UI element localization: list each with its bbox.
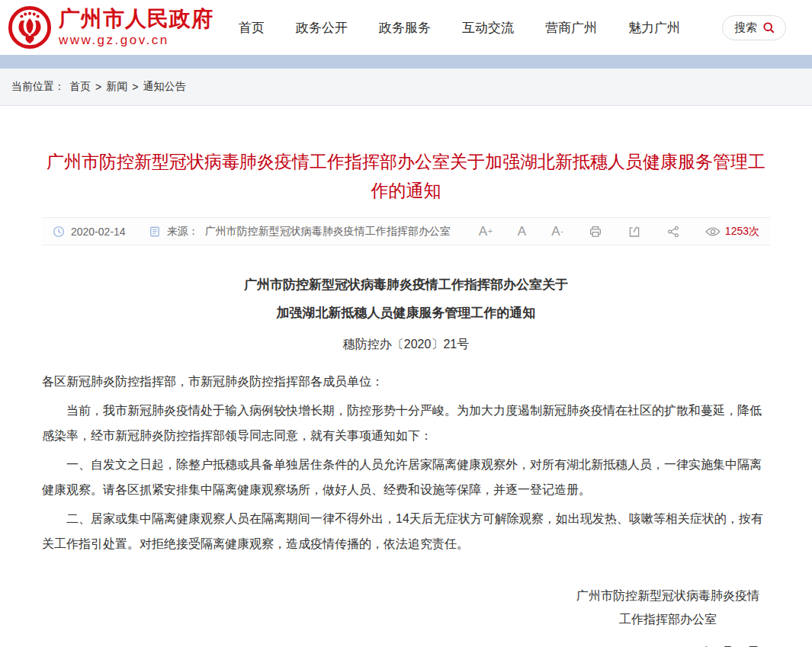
document-heading: 广州市防控新型冠状病毒肺炎疫情工作指挥部办公室关于 加强湖北新抵穗人员健康服务管… — [42, 271, 770, 327]
paragraph-item-2: 二、居家或集中隔离健康观察人员在隔离期间一律不得外出，14天后无症状方可解除观察… — [42, 506, 770, 556]
breadcrumb: 当前位置： 首页 > 新闻 > 通知公告 — [0, 69, 812, 106]
paragraph-addressee: 各区新冠肺炎防控指挥部，市新冠肺炎防控指挥部各成员单位： — [42, 369, 770, 394]
source-value: 广州市防控新型冠状病毒肺炎疫情工作指挥部办公室 — [205, 225, 451, 239]
article-meta-bar: 2020-02-14 来源：广州市防控新型冠状病毒肺炎疫情工作指挥部办公室 A+… — [42, 217, 770, 245]
breadcrumb-prefix: 当前位置： — [11, 80, 65, 94]
print-icon[interactable] — [589, 225, 602, 239]
top-divider-bar — [0, 55, 812, 69]
source-label: 来源： — [167, 225, 199, 239]
signature-date: 2020年2月13日 — [576, 640, 759, 647]
page-title: 广州市防控新型冠状病毒肺炎疫情工作指挥部办公室关于加强湖北新抵穗人员健康服务管理… — [42, 147, 770, 205]
signature-line2: 工作指挥部办公室 — [576, 607, 759, 631]
nav-item-interaction[interactable]: 互动交流 — [462, 19, 514, 37]
nav-item-charm[interactable]: 魅力广州 — [628, 19, 680, 37]
search-icon — [762, 21, 775, 34]
eye-icon — [705, 226, 721, 237]
view-count: 1253次 — [725, 225, 759, 239]
article-page: 广州市防控新型冠状病毒肺炎疫情工作指挥部办公室关于加强湖北新抵穗人员健康服务管理… — [0, 147, 812, 647]
article-meta-left: 2020-02-14 来源：广州市防控新型冠状病毒肺炎疫情工作指挥部办公室 — [53, 225, 451, 239]
document-body: 各区新冠肺炎防控指挥部，市新冠肺炎防控指挥部各成员单位： 当前，我市新冠肺炎疫情… — [42, 369, 770, 556]
paragraph-item-1: 一、自发文之日起，除整户抵穗或具备单独居住条件的人员允许居家隔离健康观察外，对所… — [42, 452, 770, 502]
signature-block: 广州市防控新型冠状病毒肺炎疫情 工作指挥部办公室 2020年2月13日 — [576, 584, 759, 647]
document-heading-line2: 加强湖北新抵穗人员健康服务管理工作的通知 — [42, 299, 770, 327]
paragraph-intro: 当前，我市新冠肺炎疫情处于输入病例较快增长期，防控形势十分严峻。为加大力度遏制新… — [42, 398, 770, 448]
clock-icon — [53, 226, 65, 238]
nav-item-home[interactable]: 首页 — [239, 19, 265, 37]
font-reset-button[interactable]: A — [518, 224, 526, 239]
nav-item-gov-disclosure[interactable]: 政务公开 — [296, 19, 348, 37]
breadcrumb-separator: > — [95, 81, 101, 93]
main-nav: 首页 政务公开 政务服务 互动交流 营商广州 魅力广州 — [239, 19, 680, 37]
breadcrumb-notices[interactable]: 通知公告 — [143, 80, 185, 94]
site-header: 广州市人民政府 www.gz.gov.cn 首页 政务公开 政务服务 互动交流 … — [0, 0, 812, 55]
breadcrumb-news[interactable]: 新闻 — [106, 80, 127, 94]
signature-line1: 广州市防控新型冠状病毒肺炎疫情 — [576, 584, 759, 607]
gov-emblem-icon — [8, 5, 52, 50]
source-doc-icon — [149, 226, 161, 238]
article-meta-tools: A+ A A- — [479, 224, 759, 239]
breadcrumb-home[interactable]: 首页 — [69, 80, 91, 94]
site-url: www.gz.gov.cn — [59, 34, 213, 48]
publish-date: 2020-02-14 — [71, 226, 126, 238]
search-label: 搜索 — [734, 21, 757, 35]
search-button[interactable]: 搜索 — [722, 15, 786, 40]
site-title: 广州市人民政府 — [59, 8, 213, 31]
nav-item-business[interactable]: 营商广州 — [545, 19, 597, 37]
share-nodes-icon[interactable] — [666, 225, 680, 239]
breadcrumb-separator: > — [132, 81, 138, 93]
document-heading-line1: 广州市防控新型冠状病毒肺炎疫情工作指挥部办公室关于 — [42, 271, 770, 299]
font-increase-button[interactable]: A+ — [479, 224, 493, 239]
export-share-icon[interactable] — [627, 225, 641, 239]
view-counter: 1253次 — [705, 225, 759, 239]
site-logo[interactable]: 广州市人民政府 www.gz.gov.cn — [8, 5, 213, 50]
document-number: 穗防控办〔2020〕21号 — [42, 337, 770, 353]
nav-item-gov-services[interactable]: 政务服务 — [379, 19, 431, 37]
font-decrease-button[interactable]: A- — [551, 224, 563, 239]
